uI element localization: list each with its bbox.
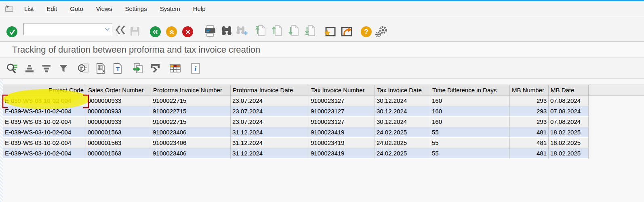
cell[interactable]: 9100023419 [309,127,375,138]
menu-item-settings[interactable]: Settings [119,5,154,12]
command-field[interactable] [23,23,112,35]
cell[interactable]: 23.07.2024 [231,96,309,106]
abc-analysis-icon[interactable] [77,61,90,76]
table-row[interactable]: E-039-WS-03-10-02-0040000000933910002271… [3,117,589,127]
cell[interactable]: 0000000933 [86,106,151,117]
cell[interactable]: 23.07.2024 [231,106,309,117]
cell[interactable]: 0000000933 [86,96,151,106]
cell[interactable]: 9100023419 [309,148,375,159]
cell[interactable]: 9100022715 [151,96,231,106]
cell[interactable]: 481 [510,138,549,148]
cell[interactable]: 293 [510,117,549,127]
cancel-button[interactable] [182,26,193,37]
cell[interactable]: 07.08.2024 [549,106,589,117]
details-icon[interactable] [6,61,19,76]
cell[interactable]: 24.02.2025 [375,138,430,148]
menu-item-edit[interactable]: Edit [40,5,63,12]
cell[interactable]: 18.02.2025 [549,127,589,138]
menu-item-goto[interactable]: Goto [63,5,90,12]
command-dropdown-icon[interactable] [102,28,112,31]
cell[interactable]: 55 [430,148,510,159]
cell[interactable]: 293 [510,96,549,106]
cell[interactable]: 07.08.2024 [549,117,589,127]
cell[interactable]: 293 [510,106,549,117]
cell[interactable]: 30.12.2024 [375,106,430,117]
cell[interactable]: 9100023419 [309,138,375,148]
choose-layout-icon[interactable] [168,61,182,76]
cell[interactable]: 9100023406 [151,138,231,148]
cell[interactable]: E-039-WS-03-10-02-004 [3,117,86,127]
table-row[interactable]: E-039-WS-03-10-02-0040000001563910002340… [3,138,589,148]
table-row[interactable]: E-039-WS-03-10-02-0040000000933910002271… [3,106,589,117]
cell[interactable]: 9100023127 [309,117,375,127]
column-header-tax-invoice-number[interactable]: Tax Invoice Number [309,85,375,96]
system-menu-icon[interactable] [5,5,14,12]
cell[interactable]: 9100023127 [309,106,375,117]
create-shortcut-button[interactable] [340,25,354,37]
sort-ascending-icon[interactable] [23,61,36,76]
column-header-project-code[interactable]: Project Code [3,85,86,96]
new-session-button[interactable] [323,25,337,37]
exit-button[interactable] [166,26,177,37]
collapse-icon[interactable] [115,25,126,35]
command-input[interactable] [24,23,102,35]
cell[interactable]: 31.12.2024 [231,127,309,138]
cell[interactable]: 0000001563 [86,138,151,148]
column-header-proforma-invoice-number[interactable]: Proforma Invoice Number [151,85,231,96]
cell[interactable]: 481 [510,148,549,159]
cell[interactable]: 9100023127 [309,96,375,106]
cell[interactable]: 9100023406 [151,127,231,138]
cell[interactable]: 481 [510,127,549,138]
info-icon[interactable]: i [188,61,202,76]
sort-descending-icon[interactable] [40,61,53,76]
table-row[interactable]: E-039-WS-03-10-02-0040000000933910002271… [3,96,589,106]
cell[interactable]: 30.12.2024 [375,117,430,127]
cell[interactable]: 18.02.2025 [549,138,589,148]
column-header-tax-invoice-date[interactable]: Tax Invoice Date [375,85,430,96]
cell[interactable]: 18.02.2025 [549,148,589,159]
column-header-mb-number[interactable]: MB Number [510,85,549,96]
find-icon[interactable] [221,25,233,36]
cell[interactable]: 0000000933 [86,117,151,127]
find-next-icon[interactable] [236,25,248,36]
cell[interactable]: 30.12.2024 [375,96,430,106]
cell[interactable]: 24.02.2025 [375,127,430,138]
cell[interactable]: E-039-WS-03-10-02-004 [3,96,86,106]
cell[interactable]: 9100023406 [151,148,231,159]
table-row[interactable]: E-039-WS-03-10-02-0040000001563910002340… [3,148,589,159]
column-header-mb-date[interactable]: MB Date [549,85,589,96]
cell[interactable]: 55 [430,138,510,148]
cell[interactable]: 31.12.2024 [231,148,309,159]
local-file-icon[interactable] [131,61,145,76]
menu-item-help[interactable]: Help [187,5,212,12]
menu-item-system[interactable]: System [154,5,187,12]
back-button[interactable] [150,26,161,37]
last-page-icon[interactable] [304,24,316,37]
first-page-icon[interactable] [255,24,267,37]
cell[interactable]: 07.08.2024 [549,96,589,106]
print-button[interactable] [204,25,217,37]
table-row[interactable]: E-039-WS-03-10-02-0040000001563910002340… [3,127,589,138]
cell[interactable]: 0000001563 [86,148,151,159]
spreadsheet-export-icon[interactable]: x [94,61,107,76]
cell[interactable]: 160 [430,96,510,106]
cell[interactable]: 0000001563 [86,127,151,138]
cell[interactable]: 160 [430,106,510,117]
cell[interactable]: 55 [430,127,510,138]
column-header-time-difference-in-days[interactable]: Time Difference in Days [430,85,510,96]
column-header-sales-order-number[interactable]: Sales Order Number [86,85,151,96]
cell[interactable]: 23.07.2024 [231,117,309,127]
cell[interactable]: 31.12.2024 [231,138,309,148]
send-to-icon[interactable] [148,61,162,76]
cell[interactable]: E-039-WS-03-10-02-004 [3,148,86,159]
page-up-icon[interactable] [271,24,283,37]
cell[interactable]: E-039-WS-03-10-02-004 [3,127,86,138]
word-processing-icon[interactable]: T [111,61,124,76]
column-header-proforma-invoice-date[interactable]: Proforma Invoice Date [231,85,309,96]
save-button[interactable] [129,26,141,37]
menu-item-views[interactable]: Views [90,5,119,12]
cell[interactable]: E-039-WS-03-10-02-004 [3,138,86,148]
cell[interactable]: 24.02.2025 [375,148,430,159]
cell[interactable]: 9100022715 [151,106,231,117]
set-filter-icon[interactable] [57,61,70,76]
